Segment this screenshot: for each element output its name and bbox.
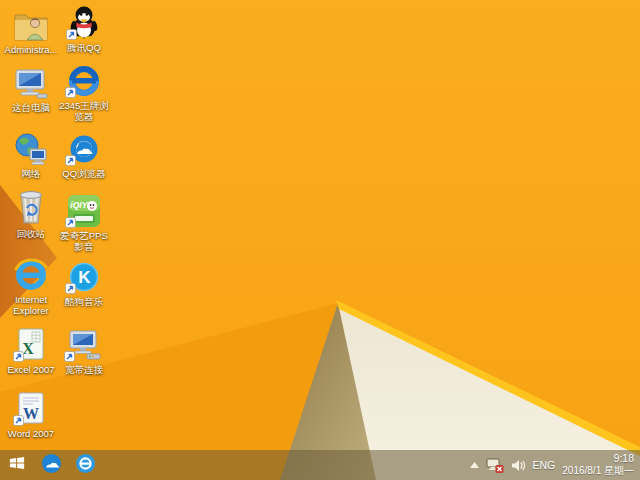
desktop-icon-label: 爱奇艺PPS影音 <box>57 230 111 253</box>
word-icon: W <box>15 390 47 426</box>
taskbar-clock[interactable]: 9:18 2016/8/1 星期一 <box>562 452 634 478</box>
word-logo-text: W <box>23 405 39 422</box>
desktop-icon-kugou-music[interactable]: K 酷狗音乐 <box>57 258 111 307</box>
qq-browser-cloud-icon <box>67 130 101 166</box>
desktop-icon-internet-explorer[interactable]: Internet Explorer <box>4 256 58 317</box>
qq-penguin-icon <box>68 4 100 40</box>
computer-icon <box>13 64 49 100</box>
user-folder-icon <box>13 6 49 42</box>
show-hidden-icons-button[interactable] <box>470 462 479 468</box>
desktop-icon-label: QQ浏览器 <box>62 168 105 179</box>
volume-icon[interactable] <box>511 459 526 472</box>
shortcut-arrow-icon <box>66 29 77 40</box>
qq-browser-cloud-icon <box>40 452 63 479</box>
desktop-icon-this-pc[interactable]: 这台电脑 <box>4 64 58 113</box>
iqiyi-icon: iQIYI <box>67 192 101 228</box>
desktop-icon-label: 腾讯QQ <box>67 42 101 53</box>
system-tray: ENG 9:18 2016/8/1 星期一 <box>470 450 640 480</box>
desktop-icon-tencent-qq[interactable]: 腾讯QQ <box>57 4 111 53</box>
start-button[interactable] <box>0 450 34 480</box>
taskbar: ENG 9:18 2016/8/1 星期一 <box>0 450 640 480</box>
ie-icon <box>13 256 49 292</box>
shortcut-arrow-icon <box>65 283 76 294</box>
taskbar-internet-explorer-button[interactable] <box>68 450 102 480</box>
desktop: Administra... 腾讯QQ <box>0 0 640 480</box>
ie-circle-icon <box>74 452 97 479</box>
shortcut-arrow-icon <box>13 415 24 426</box>
desktop-icon-administrator[interactable]: Administra... <box>4 6 58 55</box>
desktop-icon-label: 2345王牌浏览器 <box>57 100 111 123</box>
excel-logo-text: X <box>22 340 34 357</box>
recycle-bin-icon <box>15 190 47 226</box>
kugou-icon: K <box>67 258 101 294</box>
shortcut-arrow-icon <box>65 217 76 228</box>
shortcut-arrow-icon <box>13 351 24 362</box>
network-globe-icon <box>13 130 49 166</box>
kugou-logo-text: K <box>78 268 91 287</box>
shortcut-arrow-icon <box>65 87 76 98</box>
clock-time: 9:18 <box>562 452 634 465</box>
desktop-icon-label: 网络 <box>22 168 41 179</box>
network-status-icon[interactable] <box>486 458 504 473</box>
desktop-icon-label: 酷狗音乐 <box>65 296 103 307</box>
excel-icon: X <box>15 326 47 362</box>
taskbar-qq-browser-button[interactable] <box>34 450 68 480</box>
desktop-icon-label: Word 2007 <box>8 428 54 439</box>
desktop-icon-label: 宽带连接 <box>65 364 103 375</box>
desktop-icon-network[interactable]: 网络 <box>4 130 58 179</box>
desktop-icon-broadband[interactable]: 宽带连接 <box>57 326 111 375</box>
chevron-up-icon <box>470 462 479 468</box>
language-indicator[interactable]: ENG <box>533 459 556 471</box>
desktop-icon-label: Internet Explorer <box>4 294 58 317</box>
desktop-icon-label: 这台电脑 <box>12 102 50 113</box>
desktop-icon-label: Excel 2007 <box>7 364 54 375</box>
blue-e-browser-icon <box>67 62 101 98</box>
desktop-icon-qq-browser[interactable]: QQ浏览器 <box>57 130 111 179</box>
desktop-icon-label: 回收站 <box>17 228 46 239</box>
broadband-icon <box>66 326 102 362</box>
clock-date: 2016/8/1 星期一 <box>562 465 634 478</box>
desktop-icon-2345-browser[interactable]: 2345王牌浏览器 <box>57 62 111 123</box>
shortcut-arrow-icon <box>64 351 75 362</box>
taskbar-buttons <box>0 450 102 480</box>
shortcut-arrow-icon <box>65 155 76 166</box>
windows-start-icon <box>8 454 26 476</box>
desktop-icon-iqiyi-pps[interactable]: iQIYI 爱奇艺PPS影音 <box>57 192 111 253</box>
desktop-icon-excel-2007[interactable]: X Excel 2007 <box>4 326 58 375</box>
desktop-icon-word-2007[interactable]: W Word 2007 <box>4 390 58 439</box>
desktop-icon-label: Administra... <box>5 44 58 55</box>
desktop-icon-recycle-bin[interactable]: 回收站 <box>4 190 58 239</box>
